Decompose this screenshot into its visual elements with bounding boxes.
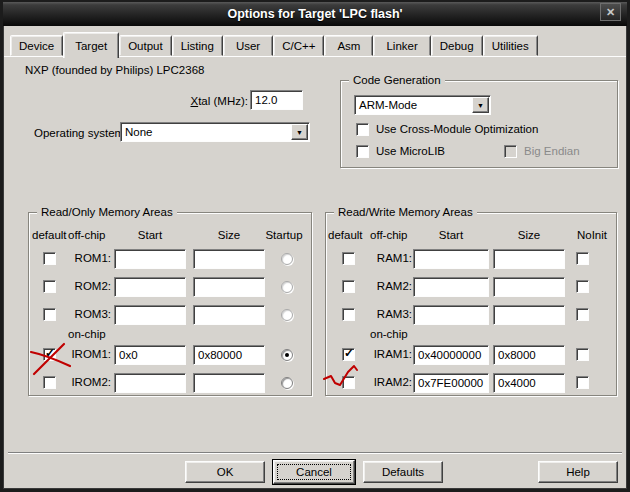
rom-areas-group: Read/Only Memory Areas default off-chip … xyxy=(28,212,312,396)
tab-output[interactable]: Output xyxy=(119,35,172,56)
big-endian-checkbox xyxy=(504,145,517,158)
cross-module-checkbox[interactable] xyxy=(356,123,369,136)
iram1-noinit-checkbox[interactable] xyxy=(576,348,589,361)
rom2-startup-radio[interactable] xyxy=(281,281,293,293)
divider xyxy=(8,452,622,454)
iram1-start-input[interactable] xyxy=(413,345,489,365)
device-description: NXP (founded by Philips) LPC2368 xyxy=(25,64,204,76)
rom-onchip-label: on-chip xyxy=(68,328,106,340)
ram1-size-input[interactable] xyxy=(493,249,565,269)
rom-col-default: default xyxy=(32,229,67,241)
ok-button[interactable]: OK xyxy=(185,461,265,483)
code-mode-value: ARM-Mode xyxy=(359,99,417,111)
big-endian-label: Big Endian xyxy=(524,145,580,157)
help-button[interactable]: Help xyxy=(538,461,618,483)
dialog-title: Options for Target 'LPC flash' xyxy=(227,7,402,21)
tab-linker[interactable]: Linker xyxy=(373,35,430,56)
ram2-start-input[interactable] xyxy=(413,277,489,297)
rom-col-start: Start xyxy=(114,229,186,241)
rom1-label: ROM1: xyxy=(55,252,111,264)
microlib-checkbox[interactable] xyxy=(356,145,369,158)
rom1-size-input[interactable] xyxy=(193,249,265,269)
ram2-label: RAM2: xyxy=(356,280,412,292)
irom1-startup-radio[interactable] xyxy=(281,349,293,361)
os-selected-value: None xyxy=(125,126,153,138)
tab-target[interactable]: Target xyxy=(63,32,119,58)
iram1-row: IRAM1: xyxy=(326,345,616,365)
rom2-size-input[interactable] xyxy=(193,277,265,297)
xtal-input[interactable] xyxy=(250,90,303,110)
cross-module-label: Use Cross-Module Optimization xyxy=(376,123,538,135)
irom1-start-input[interactable] xyxy=(114,345,186,365)
os-select[interactable]: None ▼ xyxy=(120,122,310,142)
ram-col-noinit: NoInit xyxy=(564,229,620,241)
cancel-button[interactable]: Cancel xyxy=(273,460,355,484)
rom2-start-input[interactable] xyxy=(114,277,186,297)
ram2-noinit-checkbox[interactable] xyxy=(576,280,589,293)
ram-col-default: default xyxy=(328,229,363,241)
ram1-label: RAM1: xyxy=(356,252,412,264)
rom3-start-input[interactable] xyxy=(114,305,186,325)
rom-col-offchip: off-chip xyxy=(68,229,106,241)
iram2-size-input[interactable] xyxy=(493,373,565,393)
ram-onchip-label: on-chip xyxy=(370,328,408,340)
iram1-label: IRAM1: xyxy=(356,348,412,360)
ram-areas-group: Read/Write Memory Areas default off-chip… xyxy=(325,212,617,396)
ram2-size-input[interactable] xyxy=(493,277,565,297)
tab-device[interactable]: Device xyxy=(10,35,63,56)
code-mode-select[interactable]: ARM-Mode ▼ xyxy=(354,95,491,115)
rom3-label: ROM3: xyxy=(55,308,111,320)
close-icon[interactable]: ✕ xyxy=(600,3,621,21)
options-dialog: Options for Target 'LPC flash' ✕ Device … xyxy=(0,0,630,492)
ram3-size-input[interactable] xyxy=(493,305,565,325)
rom3-row: ROM3: xyxy=(29,305,311,325)
microlib-label: Use MicroLIB xyxy=(376,145,445,157)
tab-asm[interactable]: Asm xyxy=(324,35,373,56)
ram1-start-input[interactable] xyxy=(413,249,489,269)
iram2-label: IRAM2: xyxy=(356,376,412,388)
tab-user[interactable]: User xyxy=(223,35,273,56)
ram1-noinit-checkbox[interactable] xyxy=(576,252,589,265)
ram-areas-legend: Read/Write Memory Areas xyxy=(334,205,477,219)
irom1-size-input[interactable] xyxy=(193,345,265,365)
tab-listing[interactable]: Listing xyxy=(172,35,223,56)
tab-utilities[interactable]: Utilities xyxy=(483,35,538,56)
ram-col-size: Size xyxy=(493,229,565,241)
rom2-label: ROM2: xyxy=(55,280,111,292)
rom-areas-legend: Read/Only Memory Areas xyxy=(37,205,177,219)
ram3-row: RAM3: xyxy=(326,305,616,325)
xtal-label: Xtal (MHz): xyxy=(150,95,248,107)
defaults-button[interactable]: Defaults xyxy=(363,461,443,483)
iram2-row: IRAM2: xyxy=(326,373,616,393)
rom1-start-input[interactable] xyxy=(114,249,186,269)
tab-debug[interactable]: Debug xyxy=(431,35,483,56)
ram-col-start: Start xyxy=(413,229,489,241)
rom3-startup-radio[interactable] xyxy=(281,309,293,321)
iram2-default-checkbox[interactable] xyxy=(342,376,355,389)
ram3-default-checkbox[interactable] xyxy=(342,308,355,321)
tab-cpp[interactable]: C/C++ xyxy=(273,35,324,56)
iram2-start-input[interactable] xyxy=(413,373,489,393)
iram1-default-checkbox[interactable] xyxy=(342,348,355,361)
ram-col-offchip: off-chip xyxy=(370,229,408,241)
irom2-startup-radio[interactable] xyxy=(281,377,293,389)
rom1-row: ROM1: xyxy=(29,249,311,269)
tab-strip: Device Target Output Listing User C/C++ … xyxy=(10,32,538,56)
iram2-noinit-checkbox[interactable] xyxy=(576,376,589,389)
rom2-row: ROM2: xyxy=(29,277,311,297)
os-label: Operating system: xyxy=(34,127,127,139)
iram1-size-input[interactable] xyxy=(493,345,565,365)
chevron-down-icon[interactable]: ▼ xyxy=(472,97,489,113)
rom3-size-input[interactable] xyxy=(193,305,265,325)
irom2-start-input[interactable] xyxy=(114,373,186,393)
ram3-label: RAM3: xyxy=(356,308,412,320)
ram3-noinit-checkbox[interactable] xyxy=(576,308,589,321)
irom2-size-input[interactable] xyxy=(193,373,265,393)
ram1-default-checkbox[interactable] xyxy=(342,252,355,265)
irom2-label: IROM2: xyxy=(55,376,111,388)
ram3-start-input[interactable] xyxy=(413,305,489,325)
rom1-startup-radio[interactable] xyxy=(281,253,293,265)
chevron-down-icon[interactable]: ▼ xyxy=(291,124,308,140)
titlebar[interactable]: Options for Target 'LPC flash' xyxy=(3,2,627,26)
ram2-default-checkbox[interactable] xyxy=(342,280,355,293)
